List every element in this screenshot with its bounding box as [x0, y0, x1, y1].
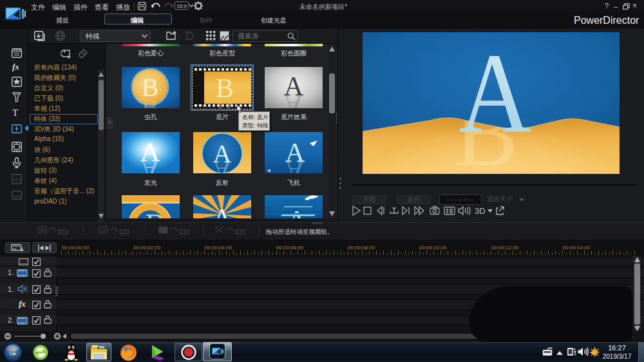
svg-text:A: A: [285, 156, 305, 173]
svg-text:16:9: 16:9: [176, 3, 187, 9]
svg-text:B: B: [145, 207, 166, 218]
svg-text:A: A: [140, 155, 160, 173]
svg-text:3D: 3D: [475, 206, 486, 216]
svg-text:A: A: [213, 156, 232, 173]
svg-text:A: A: [284, 90, 304, 108]
svg-text:A: A: [459, 32, 531, 157]
svg-text:123: 123: [13, 176, 22, 182]
svg-text:A: A: [213, 203, 232, 218]
svg-text:B: B: [142, 93, 159, 108]
